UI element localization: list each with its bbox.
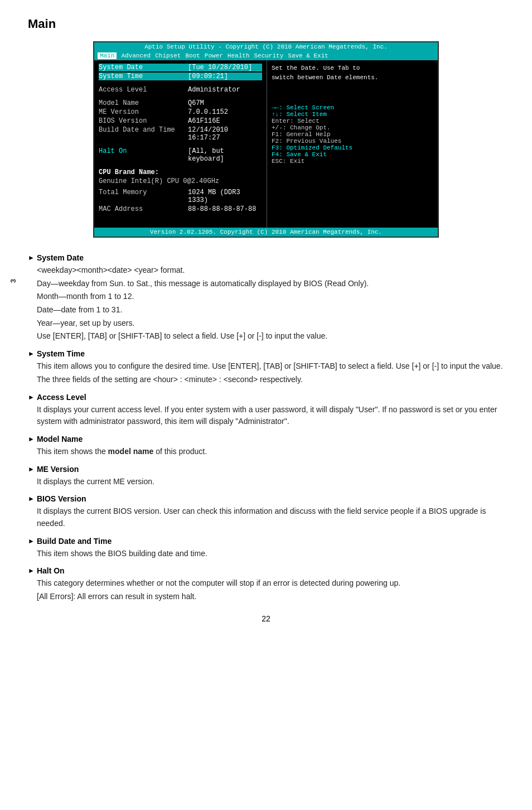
bios-label-total-memory: Total Memory <box>99 189 188 204</box>
arrow-icon-me-version: ► <box>28 465 35 473</box>
system-date-p3: Month—month from 1 to 12. <box>37 291 504 303</box>
bios-menu-main[interactable]: Main <box>98 52 117 59</box>
bios-nav-help: →←: Select Screen ↑↓: Select Item Enter:… <box>272 104 433 165</box>
section-system-time: ► System Time This item allows you to co… <box>28 349 504 385</box>
bios-row-model-name: Model Name Q67M <box>99 99 262 107</box>
bios-menu-boot[interactable]: Boot <box>185 52 200 59</box>
heading-system-date: ► System Date <box>28 253 504 262</box>
heading-system-time: ► System Time <box>28 349 504 358</box>
bios-screenshot: Aptio Setup Utility - Copyright (C) 2010… <box>93 41 439 238</box>
bios-label-me-version: ME Version <box>99 108 188 116</box>
halt-on-p1: This category determines whether or not … <box>37 577 504 590</box>
system-date-p4: Date—date from 1 to 31. <box>37 304 504 316</box>
section-me-version: ► ME Version It displays the current ME … <box>28 465 504 488</box>
me-version-p1: It displays the current ME version. <box>37 476 504 488</box>
bios-menu-chipset[interactable]: Chipset <box>155 52 181 59</box>
model-name-p1: This item shows the model name of this p… <box>37 446 504 458</box>
body-model-name: This item shows the model name of this p… <box>37 446 504 458</box>
arrow-icon-halt-on: ► <box>28 567 35 575</box>
body-bios-version: It displays the current BIOS version. Us… <box>37 505 504 529</box>
page-number: 22 <box>28 614 504 623</box>
bios-right-panel: Set the Date. Use Tab toswitch between D… <box>267 60 438 228</box>
arrow-icon-model-name: ► <box>28 435 35 443</box>
section-bios-version: ► BIOS Version It displays the current B… <box>28 494 504 529</box>
bios-label-bios-version: BIOS Version <box>99 117 188 125</box>
bios-row-access-level: Access Level Administrator <box>99 86 262 94</box>
body-halt-on: This category determines whether or not … <box>37 577 504 602</box>
bios-row-bios-version: BIOS Version A61F116E <box>99 117 262 125</box>
bios-row-total-memory: Total Memory 1024 MB (DDR3 1333) <box>99 189 262 204</box>
bios-menu-security[interactable]: Security <box>254 52 283 59</box>
bios-title-bar: Aptio Setup Utility - Copyright (C) 2010… <box>94 42 438 51</box>
section-build-date-time: ► Build Date and Time This item shows th… <box>28 537 504 560</box>
bios-row-halt-on[interactable]: Halt On [All, but keyboard] <box>99 147 262 163</box>
bios-label-build-date: Build Date and Time <box>99 126 188 142</box>
bios-value-build-date: 12/14/2010 16:17:27 <box>188 126 262 142</box>
build-date-time-p1: This item shows the BIOS building date a… <box>37 548 504 560</box>
bios-value-total-memory: 1024 MB (DDR3 1333) <box>188 189 262 204</box>
bios-value-access-level: Administrator <box>188 86 240 94</box>
system-date-p2: Day—weekday from Sun. to Sat., this mess… <box>37 278 504 290</box>
system-date-p6: Use [ENTER], [TAB] or [SHIFT-TAB] to sel… <box>37 330 504 343</box>
bios-row-system-date[interactable]: System Date [Tue 10/28/2010] <box>99 64 262 71</box>
bios-value-system-date: [Tue 10/28/2010] <box>188 64 252 71</box>
heading-build-date-time: ► Build Date and Time <box>28 537 504 546</box>
bios-help-text: Set the Date. Use Tab toswitch between D… <box>272 64 433 82</box>
bios-row-me-version: ME Version 7.0.0.1152 <box>99 108 262 116</box>
bios-left-panel: System Date [Tue 10/28/2010] System Time… <box>94 60 267 228</box>
system-time-p2: The three fields of the setting are <hou… <box>37 374 504 386</box>
halt-on-p2: [All Errors]: All errors can result in s… <box>37 591 504 603</box>
bios-label-system-time: System Time <box>99 73 188 80</box>
heading-bios-version: ► BIOS Version <box>28 494 504 503</box>
arrow-icon-build-date-time: ► <box>28 537 35 545</box>
bios-label-halt-on: Halt On <box>99 147 188 163</box>
bios-label-access-level: Access Level <box>99 86 188 94</box>
heading-access-level: ► Access Level <box>28 393 504 402</box>
bios-value-bios-version: A61F116E <box>188 117 220 125</box>
document-sections: ► System Date <weekday><month><date> <ye… <box>28 253 504 603</box>
bios-row-mac-address: MAC Address 88-88-88-88-87-88 <box>99 205 262 213</box>
body-system-date: <weekday><month><date> <year> format. Da… <box>37 264 504 343</box>
bios-value-halt-on: [All, but keyboard] <box>188 147 262 163</box>
section-access-level: ► Access Level It displays your current … <box>28 393 504 428</box>
bios-label-system-date: System Date <box>99 64 188 71</box>
bios-label-model-name: Model Name <box>99 99 188 107</box>
bios-value-system-time: [09:09:21] <box>188 73 228 80</box>
bios-menu-save-exit[interactable]: Save & Exit <box>288 52 328 59</box>
heading-me-version: ► ME Version <box>28 465 504 474</box>
heading-halt-on: ► Halt On <box>28 566 504 575</box>
bios-menu-health[interactable]: Health <box>228 52 250 59</box>
body-build-date-time: This item shows the BIOS building date a… <box>37 548 504 560</box>
bios-menu-power[interactable]: Power <box>205 52 223 59</box>
bios-footer: Version 2.02.1205. Copyright (C) 2010 Am… <box>94 228 438 237</box>
bios-label-cpu-brand: CPU Brand Name: <box>99 168 159 176</box>
arrow-icon-system-time: ► <box>28 350 35 358</box>
heading-model-name: ► Model Name <box>28 435 504 443</box>
body-access-level: It displays your current access level. I… <box>37 404 504 428</box>
body-me-version: It displays the current ME version. <box>37 476 504 488</box>
bios-row-system-time[interactable]: System Time [09:09:21] <box>99 73 262 80</box>
sidebar-number: 3 <box>9 279 17 283</box>
bios-menu-advanced[interactable]: Advanced <box>121 52 151 59</box>
bios-menu-bar: Main Advanced Chipset Boot Power Health … <box>94 51 438 60</box>
section-model-name: ► Model Name This item shows the model n… <box>28 435 504 458</box>
bios-version-p1: It displays the current BIOS version. Us… <box>37 505 504 529</box>
section-system-date: ► System Date <weekday><month><date> <ye… <box>28 253 504 343</box>
bios-value-cpu-brand: Genuine Intel(R) CPU 0@2.40GHz <box>99 177 219 185</box>
bios-value-mac-address: 88-88-88-88-87-88 <box>188 205 256 213</box>
section-halt-on: ► Halt On This category determines wheth… <box>28 566 504 602</box>
arrow-icon-access-level: ► <box>28 393 35 401</box>
system-time-p1: This item allows you to configure the de… <box>37 360 504 373</box>
page-title: Main <box>28 17 504 31</box>
body-system-time: This item allows you to configure the de… <box>37 360 504 385</box>
system-date-p1: <weekday><month><date> <year> format. <box>37 264 504 277</box>
bios-body: System Date [Tue 10/28/2010] System Time… <box>94 60 438 228</box>
access-level-p1: It displays your current access level. I… <box>37 404 504 428</box>
bios-value-me-version: 7.0.0.1152 <box>188 108 228 116</box>
bios-value-model-name: Q67M <box>188 99 204 107</box>
arrow-icon-bios-version: ► <box>28 495 35 503</box>
bios-row-build-date: Build Date and Time 12/14/2010 16:17:27 <box>99 126 262 142</box>
arrow-icon-system-date: ► <box>28 254 35 262</box>
system-date-p5: Year—year, set up by users. <box>37 317 504 330</box>
bios-label-mac-address: MAC Address <box>99 205 188 213</box>
